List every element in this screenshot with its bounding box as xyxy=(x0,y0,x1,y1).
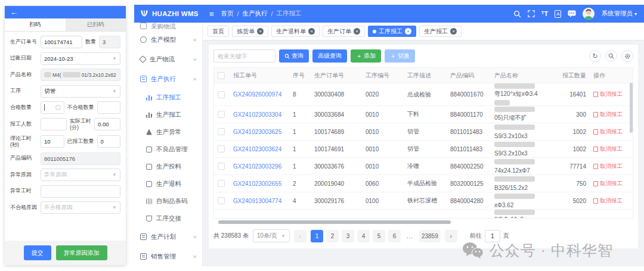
user-avatar[interactable] xyxy=(583,8,595,20)
row-checkbox[interactable] xyxy=(218,145,225,152)
workers-input[interactable] xyxy=(44,121,63,127)
settings-gear-button[interactable] xyxy=(621,50,633,62)
close-icon[interactable]: × xyxy=(450,28,457,35)
page-number[interactable]: 4 xyxy=(357,230,370,242)
close-icon[interactable]: × xyxy=(308,28,315,35)
sidebar-subitem[interactable]: 生产报工 xyxy=(134,106,202,123)
page-number[interactable]: 1 xyxy=(311,230,323,242)
report-no-link[interactable]: GX241023003624 xyxy=(233,146,281,152)
actual-hours-input[interactable] xyxy=(98,121,117,127)
prev-page-button[interactable]: ‹ xyxy=(294,230,306,242)
fullscreen-icon[interactable] xyxy=(528,10,535,17)
sidebar-subitem[interactable]: 工序交接 xyxy=(134,210,202,227)
nav-tab[interactable]: 生产报工 × xyxy=(419,26,462,37)
row-checkbox[interactable] xyxy=(218,91,225,98)
sidebar-subitem[interactable]: 工序报工 xyxy=(134,89,202,106)
add-abnormal-reason-button[interactable]: 异常原因添加 xyxy=(56,245,107,260)
unqualified-reason-select[interactable]: 不合格原因 ▼ xyxy=(41,201,120,214)
next-page-button[interactable]: › xyxy=(445,230,457,242)
select-all-checkbox[interactable] xyxy=(218,72,225,79)
back-arrow-icon[interactable]: ← xyxy=(10,8,18,16)
cancel-report-link[interactable]: 取消报工 xyxy=(593,145,623,153)
sidebar-subitem[interactable]: 生产投料 xyxy=(134,158,202,175)
translate-icon[interactable]: A xyxy=(555,10,561,18)
collapse-menu-icon[interactable]: ≡ xyxy=(209,10,214,18)
sidebar-item[interactable]: 销售管理 ∨ xyxy=(134,247,202,266)
page-size-select[interactable]: 10条/页 ▼ xyxy=(253,229,290,242)
nav-tab[interactable]: 生产订单 × xyxy=(323,26,365,37)
page-number[interactable]: 23859 xyxy=(419,230,441,242)
cancel-report-link[interactable]: 取消报工 xyxy=(593,91,623,98)
qualified-qty-input[interactable] xyxy=(41,101,64,114)
row-checkbox[interactable] xyxy=(218,111,225,118)
row-checkbox[interactable] xyxy=(218,163,225,170)
report-no-link[interactable]: GX241023003304 xyxy=(233,111,281,118)
close-icon[interactable]: × xyxy=(405,28,411,35)
form-row: 工序 切管 ▼ xyxy=(10,85,120,98)
report-no-link[interactable]: GX240913004774 xyxy=(233,198,281,204)
horizontal-scrollbar[interactable] xyxy=(213,220,633,224)
report-no-link[interactable]: GX241023002655 xyxy=(233,180,281,187)
page-number[interactable]: 3 xyxy=(342,230,354,242)
sidebar-item[interactable]: 生产模型 ∨ xyxy=(134,30,202,49)
advanced-query-button[interactable]: 高级查询 xyxy=(312,49,347,63)
breadcrumb-home[interactable]: 首页 xyxy=(221,10,234,18)
nav-tab[interactable]: 工序报工 × xyxy=(368,26,416,37)
page-number[interactable]: 2 xyxy=(326,230,339,242)
toggle-button[interactable]: ＋ 切换 xyxy=(385,49,415,63)
sidebar-subitem[interactable]: 生产异常 xyxy=(134,123,202,141)
breadcrumb-section[interactable]: 生产执行 xyxy=(243,10,268,18)
user-menu[interactable]: 系统管理员 ▾ xyxy=(601,10,637,18)
page-number[interactable]: 5 xyxy=(373,230,385,242)
post-date-select[interactable]: 2024-10-23 ▼ xyxy=(41,52,120,65)
sidebar-item[interactable]: 生产执行 ∧ xyxy=(134,69,202,89)
production-order-input[interactable] xyxy=(44,39,79,45)
nav-tab[interactable]: 生产退料单 × xyxy=(271,26,320,37)
row-checkbox[interactable] xyxy=(218,128,225,135)
unqualified-qty-input[interactable] xyxy=(101,104,117,111)
ellipsis-pages[interactable]: ... xyxy=(404,230,416,242)
clear-icon[interactable] xyxy=(55,105,61,110)
query-button[interactable]: 查询 xyxy=(279,49,309,63)
cancel-report-link[interactable]: 取消报工 xyxy=(593,128,623,136)
add-button[interactable]: ＋ 添加 xyxy=(351,49,381,63)
table-row: GX24102300330413000336840010下料8840001170… xyxy=(214,105,633,123)
sidebar-subitem[interactable]: 生产退料 xyxy=(134,175,202,192)
theory-hours-input[interactable] xyxy=(44,138,61,145)
abnormal-reason-select[interactable]: 异常原因 ▼ xyxy=(41,169,120,181)
reported-qty-input[interactable] xyxy=(101,138,117,145)
box-icon xyxy=(140,23,147,29)
sidebar-subitem[interactable]: 自制品条码 xyxy=(134,192,202,210)
sidebar-item[interactable]: 采购物流 xyxy=(134,23,202,30)
close-icon[interactable]: × xyxy=(257,28,264,35)
report-no-link[interactable]: GX240926000974 xyxy=(233,91,281,98)
message-icon[interactable] xyxy=(568,10,576,17)
font-size-icon[interactable]: ᵀT xyxy=(541,10,548,17)
cancel-report-link[interactable]: 取消报工 xyxy=(593,197,623,205)
cancel-report-link[interactable]: 取消报工 xyxy=(593,111,623,119)
nav-tab[interactable]: 首页 xyxy=(208,26,229,37)
refresh-button[interactable]: ↻ xyxy=(589,50,601,62)
tab-scan[interactable]: 扫码 xyxy=(5,18,66,31)
abnormal-hours-input[interactable] xyxy=(44,188,117,195)
sidebar-item[interactable]: 生产物流 ∨ xyxy=(134,49,202,69)
zoom-button[interactable] xyxy=(605,50,617,62)
report-no-link[interactable]: GX241023003625 xyxy=(233,129,281,135)
submit-button[interactable]: 提交 xyxy=(24,245,51,260)
row-checkbox[interactable] xyxy=(218,180,225,187)
close-icon[interactable]: × xyxy=(354,28,360,35)
report-no-link[interactable]: GX241023003296 xyxy=(233,163,281,170)
process-select[interactable]: 切管 ▼ xyxy=(41,85,120,98)
vertical-scrollbar[interactable] xyxy=(630,83,633,133)
tab-scanned[interactable]: 已扫码 xyxy=(66,18,126,31)
form-row: 异常工时 xyxy=(10,185,120,198)
page-number[interactable]: 6 xyxy=(388,230,401,242)
cancel-report-link[interactable]: 取消报工 xyxy=(593,163,623,170)
nav-tab[interactable]: 拣货单 × xyxy=(232,26,268,37)
sidebar-item[interactable]: 生产计划 ∨ xyxy=(134,227,202,247)
search-icon[interactable] xyxy=(513,10,521,18)
row-checkbox[interactable] xyxy=(218,197,225,204)
cancel-report-link[interactable]: 取消报工 xyxy=(593,180,623,188)
sidebar-subitem[interactable]: 不良品管理 xyxy=(134,141,202,158)
keyword-search-input[interactable] xyxy=(213,49,275,63)
